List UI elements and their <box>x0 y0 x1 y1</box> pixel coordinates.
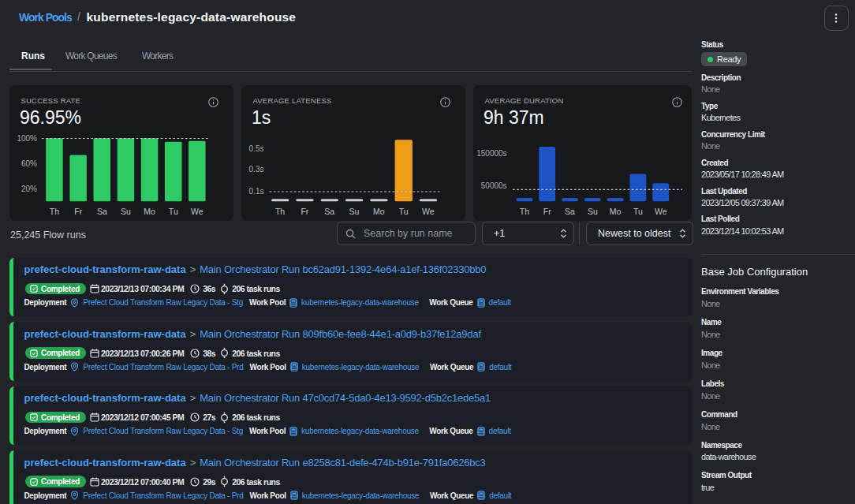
svg-text:Fr: Fr <box>301 207 308 216</box>
svg-text:0.5s: 0.5s <box>249 144 264 153</box>
svg-text:Su: Su <box>588 207 598 216</box>
svg-text:Tu: Tu <box>633 207 643 216</box>
svg-text:Su: Su <box>121 207 131 216</box>
svg-text:We: We <box>422 207 435 216</box>
svg-text:Th: Th <box>520 207 529 216</box>
svg-text:150000s: 150000s <box>476 149 506 158</box>
svg-text:60%: 60% <box>21 159 37 168</box>
svg-text:100%: 100% <box>17 134 37 143</box>
svg-text:50000s: 50000s <box>481 181 507 190</box>
svg-text:Sa: Sa <box>324 207 334 216</box>
svg-text:Fr: Fr <box>74 207 82 216</box>
svg-text:Th: Th <box>275 207 285 216</box>
svg-text:Mo: Mo <box>373 207 385 216</box>
svg-text:20%: 20% <box>21 185 37 193</box>
svg-text:We: We <box>191 207 203 216</box>
svg-text:Tu: Tu <box>169 207 178 216</box>
svg-text:0.1s: 0.1s <box>249 187 264 196</box>
svg-text:Tu: Tu <box>399 207 409 216</box>
svg-text:We: We <box>655 207 667 216</box>
svg-text:Th: Th <box>50 207 59 216</box>
svg-text:0.3s: 0.3s <box>249 165 264 174</box>
svg-text:Mo: Mo <box>610 207 622 216</box>
svg-text:Mo: Mo <box>144 207 155 216</box>
svg-text:Fr: Fr <box>543 207 551 216</box>
svg-text:Su: Su <box>349 207 360 216</box>
svg-text:Sa: Sa <box>565 207 575 216</box>
svg-text:Sa: Sa <box>97 207 107 216</box>
